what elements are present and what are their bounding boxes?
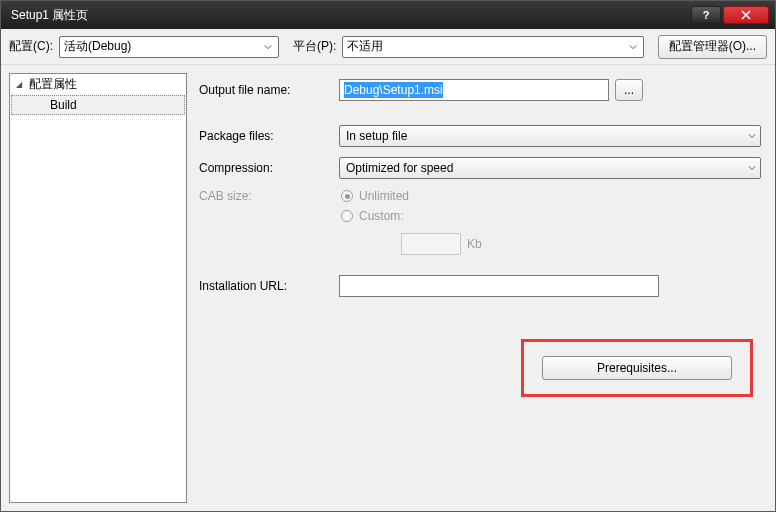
compression-row: Compression: Optimized for speed: [199, 157, 761, 179]
config-manager-label: 配置管理器(O)...: [669, 38, 756, 55]
output-file-row: Output file name: Debug\Setup1.msi ...: [199, 79, 761, 101]
cab-size-label: CAB size:: [199, 189, 339, 203]
kb-label: Kb: [467, 237, 482, 251]
tree-node-label: Build: [50, 98, 77, 112]
browse-button[interactable]: ...: [615, 79, 643, 101]
cab-unlimited-radio: [341, 190, 353, 202]
prerequisites-label: Prerequisites...: [597, 361, 677, 375]
build-panel: Output file name: Debug\Setup1.msi ... P…: [197, 73, 767, 503]
compression-label: Compression:: [199, 161, 339, 175]
platform-value: 不适用: [347, 38, 383, 55]
platform-label: 平台(P):: [293, 38, 336, 55]
output-file-label: Output file name:: [199, 83, 339, 97]
property-pages-window: Setup1 属性页 ? 配置(C): 活动(Debug) 平台(P): 不适用…: [0, 0, 776, 512]
window-title: Setup1 属性页: [7, 7, 691, 24]
configuration-label: 配置(C):: [9, 38, 53, 55]
package-files-row: Package files: In setup file: [199, 125, 761, 147]
tree-node-label: 配置属性: [29, 77, 77, 91]
tree-node-config-properties[interactable]: 配置属性: [10, 74, 186, 95]
chevron-down-icon: [625, 39, 641, 55]
tree-node-build[interactable]: Build: [11, 95, 185, 115]
titlebar[interactable]: Setup1 属性页 ?: [1, 1, 775, 29]
installation-url-input[interactable]: [339, 275, 659, 297]
cab-unlimited-label: Unlimited: [359, 189, 409, 203]
compression-value: Optimized for speed: [346, 161, 453, 175]
configuration-combo[interactable]: 活动(Debug): [59, 36, 279, 58]
chevron-down-icon: [748, 161, 756, 175]
configuration-value: 活动(Debug): [64, 38, 131, 55]
cab-custom-size-input: [401, 233, 461, 255]
close-button[interactable]: [723, 6, 769, 24]
cab-size-group: Unlimited Custom: Kb: [339, 189, 482, 255]
package-files-value: In setup file: [346, 129, 407, 143]
cab-unlimited-row: Unlimited: [341, 189, 482, 203]
platform-combo[interactable]: 不适用: [342, 36, 643, 58]
compression-select[interactable]: Optimized for speed: [339, 157, 761, 179]
main-area: 配置属性 Build Output file name: Debug\Setup…: [1, 65, 775, 511]
cab-size-row: CAB size: Unlimited Custom: Kb: [199, 189, 761, 255]
cab-custom-row: Custom:: [341, 209, 482, 223]
output-file-value: Debug\Setup1.msi: [344, 82, 443, 98]
chevron-down-icon: [748, 129, 756, 143]
installation-url-label: Installation URL:: [199, 279, 339, 293]
close-icon: [741, 10, 751, 20]
output-file-input[interactable]: Debug\Setup1.msi: [339, 79, 609, 101]
category-tree[interactable]: 配置属性 Build: [9, 73, 187, 503]
config-manager-button[interactable]: 配置管理器(O)...: [658, 35, 767, 59]
window-controls: ?: [691, 6, 769, 24]
prerequisites-button[interactable]: Prerequisites...: [542, 356, 732, 380]
cab-custom-size-row: Kb: [341, 233, 482, 255]
installation-url-row: Installation URL:: [199, 275, 761, 297]
package-files-select[interactable]: In setup file: [339, 125, 761, 147]
help-button[interactable]: ?: [691, 6, 721, 24]
cab-custom-label: Custom:: [359, 209, 404, 223]
chevron-down-icon: [260, 39, 276, 55]
package-files-label: Package files:: [199, 129, 339, 143]
cab-custom-radio: [341, 210, 353, 222]
prerequisites-highlight: Prerequisites...: [521, 339, 753, 397]
config-toolbar: 配置(C): 活动(Debug) 平台(P): 不适用 配置管理器(O)...: [1, 29, 775, 65]
browse-label: ...: [624, 83, 634, 97]
